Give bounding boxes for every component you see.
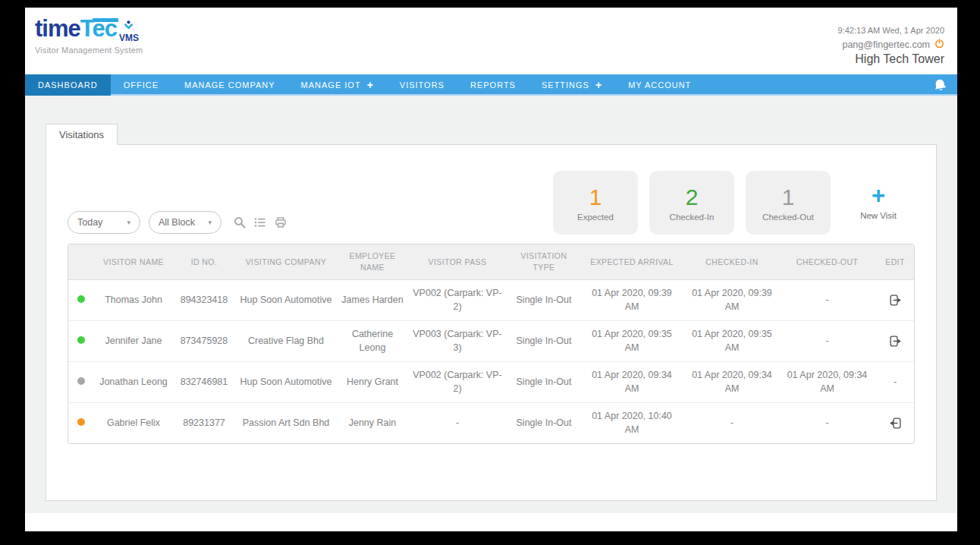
chevron-down-icon: ▾ (127, 219, 130, 226)
user-email: pang@fingertec.com (842, 39, 930, 50)
id-no-cell: 89231377 (173, 403, 235, 444)
visitations-panel: Visitations Today ▾ All Block ▾ (46, 144, 937, 501)
checked-out-cell: 01 Apr 2020, 09:34 AM (781, 362, 873, 403)
table-row: Gabriel Felix 89231377 Passion Art Sdn B… (68, 403, 915, 444)
col-id-no: ID NO. (173, 244, 235, 280)
list-view-icon[interactable] (253, 216, 267, 229)
filter-controls: Today ▾ All Block ▾ (68, 211, 287, 235)
expected-arrival-cell: 01 Apr 2020, 09:35 AM (581, 321, 683, 362)
table-header-row: VISITOR NAME ID NO. VISITING COMPANY EMP… (68, 244, 915, 280)
col-visiting-company: VISITING COMPANY (235, 244, 337, 280)
nav-my-account[interactable]: MY ACCOUNT (615, 74, 704, 96)
expected-label: Expected (577, 213, 614, 222)
plus-icon: + (872, 185, 885, 206)
status-dot (77, 295, 85, 303)
search-icon[interactable] (233, 216, 247, 229)
table-row: Jonathan Leong 832746981 Hup Soon Automo… (68, 362, 915, 403)
timetec-logo: timeTec VMS Visitor Management System (35, 17, 143, 55)
col-visitation-type: VISITATION TYPE (507, 244, 581, 280)
table-row: Thomas John 894323418 Hup Soon Automotiv… (68, 280, 915, 321)
employee-name-cell: Jenny Rain (337, 403, 408, 444)
col-employee-name: EMPLOYEE NAME (337, 244, 408, 280)
visitor-name-cell: Jonathan Leong (94, 362, 173, 403)
new-visit-button[interactable]: + New Visit (842, 171, 915, 235)
visitor-name-cell: Thomas John (94, 280, 173, 321)
check-out-icon[interactable] (888, 293, 903, 307)
footer-strip (25, 513, 957, 531)
visitation-type-cell: Single In-Out (507, 362, 581, 403)
visitation-type-cell: Single In-Out (507, 280, 581, 321)
col-visitor-pass: VISITOR PASS (408, 244, 507, 280)
visitation-type-cell: Single In-Out (507, 321, 581, 362)
visitor-pass-cell: VP002 (Carpark: VP-2) (408, 362, 507, 403)
checked-in-card[interactable]: 2 Checked-In (649, 171, 734, 235)
status-dot (77, 336, 85, 344)
visitation-type-cell: Single In-Out (507, 403, 581, 444)
nav-settings[interactable]: SETTINGS+ (529, 74, 615, 96)
checked-in-label: Checked-In (670, 213, 715, 222)
id-no-cell: 873475928 (173, 321, 235, 362)
plus-icon: + (595, 79, 602, 91)
expected-arrival-cell: 01 Apr 2020, 09:34 AM (581, 362, 683, 403)
header: timeTec VMS Visitor Management System 9:… (25, 8, 957, 74)
visitor-pass-cell: VP002 (Carpark: VP-2) (408, 280, 507, 321)
logo-tec-text: Tec (80, 17, 117, 40)
expected-count: 1 (589, 184, 602, 209)
nav-manage-iot[interactable]: MANAGE IOT+ (288, 74, 387, 96)
checked-in-cell: 01 Apr 2020, 09:35 AM (683, 321, 781, 362)
visiting-company-cell: Hup Soon Automotive (235, 280, 337, 321)
status-dot (77, 377, 85, 385)
id-no-cell: 894323418 (173, 280, 235, 321)
check-out-icon[interactable] (888, 334, 903, 348)
print-icon[interactable] (274, 216, 287, 229)
logo-vms-block: VMS (119, 10, 139, 43)
checked-out-label: Checked-Out (762, 213, 814, 222)
checked-out-card[interactable]: 1 Checked-Out (746, 171, 831, 235)
checked-out-cell: - (781, 280, 873, 321)
check-in-icon[interactable] (888, 416, 903, 430)
edit-cell-empty: - (873, 362, 915, 403)
employee-name-cell: Catherine Leong (337, 321, 408, 362)
visitor-name-cell: Jennifer Jane (94, 321, 173, 362)
status-dot (77, 418, 85, 426)
block-filter-value: All Block (159, 217, 195, 228)
site-name: High Tech Tower (838, 52, 944, 66)
col-checked-in: CHECKED-IN (683, 244, 781, 280)
nav-reports[interactable]: REPORTS (457, 74, 529, 96)
chevron-down-icon: ▾ (208, 219, 212, 226)
date-filter-select[interactable]: Today ▾ (68, 211, 140, 234)
nav-dashboard[interactable]: DASHBOARD (25, 74, 111, 96)
employee-name-cell: James Harden (337, 280, 408, 321)
expected-card[interactable]: 1 Expected (553, 171, 638, 235)
expected-arrival-cell: 01 Apr 2020, 10:40 AM (581, 403, 683, 444)
notification-bell-icon[interactable] (923, 74, 957, 96)
employee-name-cell: Henry Grant (337, 362, 408, 403)
checked-out-cell: - (781, 403, 873, 444)
visitor-pass-cell: - (408, 403, 507, 444)
id-no-cell: 832746981 (173, 362, 235, 403)
current-datetime: 9:42:13 AM Wed, 1 Apr 2020 (838, 26, 944, 35)
visitor-name-cell: Gabriel Felix (94, 403, 173, 444)
nav-office[interactable]: OFFICE (111, 74, 171, 96)
col-edit: EDIT (873, 244, 915, 280)
summary-cards: 1 Expected 2 Checked-In 1 Checked-Out (553, 171, 915, 235)
main-nav: DASHBOARD OFFICE MANAGE COMPANY MANAGE I… (25, 74, 957, 96)
visiting-company-cell: Passion Art Sdn Bhd (235, 403, 337, 444)
plus-icon: + (367, 79, 374, 91)
tab-visitations[interactable]: Visitations (46, 124, 118, 145)
table-row: Jennifer Jane 873475928 Creative Flag Bh… (68, 321, 915, 362)
logout-power-icon[interactable] (934, 39, 944, 51)
col-visitor-name: VISITOR NAME (94, 244, 173, 280)
nav-visitors[interactable]: VISITORS (387, 74, 457, 96)
block-filter-select[interactable]: All Block ▾ (149, 211, 221, 234)
logo-tagline: Visitor Management System (35, 46, 143, 55)
toolbar: Today ▾ All Block ▾ (46, 145, 936, 244)
nav-manage-company[interactable]: MANAGE COMPANY (171, 74, 288, 96)
col-checked-out: CHECKED-OUT (781, 244, 873, 280)
col-expected-arrival: EXPECTED ARRIVAL (581, 244, 683, 280)
date-filter-value: Today (77, 217, 102, 228)
visitations-table: VISITOR NAME ID NO. VISITING COMPANY EMP… (68, 244, 915, 444)
visiting-company-cell: Creative Flag Bhd (235, 321, 337, 362)
checked-out-cell: - (781, 321, 873, 362)
col-status (68, 244, 94, 280)
